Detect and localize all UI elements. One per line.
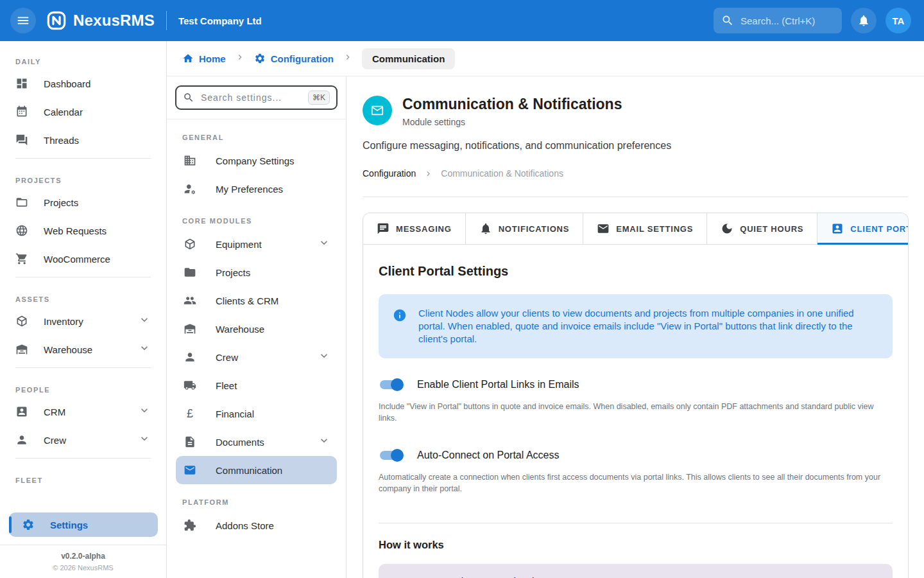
settings-item-label: Documents — [216, 437, 264, 448]
settings-item-crew[interactable]: Crew — [167, 343, 346, 371]
settings-item-financial[interactable]: £ Financial — [167, 399, 346, 428]
chevron-right-icon — [343, 52, 353, 65]
settings-item-projects[interactable]: Projects — [167, 258, 346, 286]
settings-button-label: Settings — [50, 520, 88, 530]
sidebar-item-label: Projects — [44, 197, 78, 208]
tab-notifications[interactable]: NOTIFICATIONS — [466, 213, 584, 244]
person-icon — [15, 434, 28, 446]
breadcrumb-configuration[interactable]: Configuration — [254, 53, 334, 64]
breadcrumb-current: Communication — [362, 48, 455, 69]
settings-item-my-preferences[interactable]: My Preferences — [167, 175, 346, 203]
main-content: Communication & Notifications Module set… — [346, 76, 924, 578]
tab-label: QUIET HOURS — [740, 224, 803, 234]
divider — [15, 277, 151, 277]
search-icon — [183, 92, 194, 103]
app-window: NexusRMS Test Company Ltd TA DAILY Dashb… — [0, 0, 924, 578]
breadcrumb-home-label: Home — [199, 53, 226, 64]
settings-item-addons-store[interactable]: Addons Store — [167, 511, 346, 539]
mail-icon — [597, 222, 610, 235]
threads-icon — [15, 134, 28, 146]
settings-item-equipment[interactable]: Equipment — [167, 230, 346, 258]
sidebar-item-label: Web Requests — [44, 225, 107, 236]
page-subtitle: Module settings — [402, 117, 622, 127]
gear-icon — [254, 53, 266, 64]
chevron-down-icon — [318, 434, 330, 450]
sidebar-section-projects: PROJECTS — [0, 162, 166, 188]
folder-icon — [184, 266, 196, 279]
settings-item-warehouse[interactable]: Warehouse — [167, 315, 346, 343]
chevron-down-icon — [138, 342, 151, 357]
divider — [379, 523, 893, 523]
step-1: 1 You send a quote or invoice Email is s… — [394, 575, 877, 578]
how-it-works-steps: 1 You send a quote or invoice Email is s… — [379, 564, 893, 578]
settings-item-company-settings[interactable]: Company Settings — [167, 146, 346, 175]
sidebar-scroll-area: DAILY Dashboard Calendar Threads PROJECT… — [0, 41, 166, 505]
chat-icon — [377, 222, 389, 235]
settings-item-label: Crew — [216, 352, 238, 363]
auto-connect-toggle[interactable] — [380, 451, 402, 460]
settings-item-clients-crm[interactable]: Clients & CRM — [167, 286, 346, 315]
breadcrumb-home[interactable]: Home — [182, 53, 226, 64]
groups-icon — [184, 294, 196, 307]
toggle-description: Include "View in Portal" buttons in quot… — [379, 401, 893, 424]
settings-group-core-modules: CORE MODULES — [167, 203, 346, 230]
sidebar-item-label: Warehouse — [44, 344, 92, 355]
toggle-label: Enable Client Portal Links in Emails — [417, 379, 579, 390]
breadcrumb: Home Configuration Communication — [167, 41, 924, 76]
settings-item-fleet[interactable]: Fleet — [167, 371, 346, 399]
sidebar-item-woocommerce[interactable]: WooCommerce — [0, 245, 166, 273]
sidebar-item-threads[interactable]: Threads — [0, 126, 166, 154]
settings-item-label: Financial — [216, 408, 254, 419]
breadcrumb-configuration-label: Configuration — [271, 53, 334, 64]
settings-search: ⌘K — [175, 85, 338, 110]
settings-button[interactable]: Settings — [9, 512, 158, 537]
menu-icon[interactable] — [10, 8, 36, 33]
settings-item-label: Fleet — [216, 380, 237, 391]
sidebar-item-calendar[interactable]: Calendar — [0, 98, 166, 126]
sidebar-item-web-requests[interactable]: Web Requests — [0, 216, 166, 245]
settings-search-input[interactable] — [201, 92, 302, 103]
sidebar-section-fleet: FLEET — [0, 462, 166, 488]
user-avatar[interactable]: TA — [886, 8, 911, 33]
portal-links-toggle[interactable] — [380, 380, 402, 389]
tab-label: EMAIL SETTINGS — [616, 224, 693, 234]
sidebar-item-warehouse[interactable]: Warehouse — [0, 335, 166, 363]
divider — [15, 458, 151, 459]
cart-icon — [15, 252, 28, 265]
global-search-input[interactable] — [740, 15, 834, 26]
truck-icon — [184, 379, 196, 392]
settings-item-label: My Preferences — [216, 184, 283, 195]
settings-item-label: Warehouse — [216, 324, 264, 335]
module-breadcrumb-parent[interactable]: Configuration — [363, 168, 416, 179]
sidebar-item-dashboard[interactable]: Dashboard — [0, 69, 166, 98]
tab-panel-client-portal: Client Portal Settings Client Nodes allo… — [363, 245, 908, 578]
pound-icon: £ — [184, 407, 196, 421]
search-icon — [721, 14, 734, 27]
toggle-row-auto-connect: Auto-Connect on Portal Access — [379, 450, 893, 461]
sidebar-item-crew[interactable]: Crew — [0, 426, 166, 454]
settings-item-label: Clients & CRM — [216, 295, 278, 306]
page-title: Communication & Notifications — [402, 96, 622, 113]
calendar-icon — [15, 105, 28, 118]
sidebar-item-inventory[interactable]: Inventory — [0, 307, 166, 335]
settings-item-communication[interactable]: Communication — [176, 456, 337, 484]
warehouse-icon — [15, 343, 28, 356]
tab-quiet-hours[interactable]: QUIET HOURS — [707, 213, 817, 244]
tab-messaging[interactable]: MESSAGING — [363, 213, 466, 244]
sidebar-item-label: Dashboard — [44, 78, 90, 89]
settings-item-documents[interactable]: Documents — [167, 428, 346, 456]
copyright: © 2026 NexusRMS — [0, 564, 166, 572]
divider — [15, 158, 151, 159]
sidebar-section-daily: DAILY — [0, 49, 166, 69]
dashboard-icon — [15, 77, 28, 90]
settings-item-label: Communication — [216, 465, 282, 476]
notifications-bell-icon[interactable] — [851, 8, 877, 33]
tab-client-portal[interactable]: CLIENT PORTAL — [817, 213, 909, 244]
sidebar-item-label: Calendar — [44, 107, 83, 118]
sidebar-item-projects[interactable]: Projects — [0, 188, 166, 216]
mail-icon — [370, 103, 384, 118]
tab-email-settings[interactable]: EMAIL SETTINGS — [583, 213, 707, 244]
settings-group-general: GENERAL — [167, 119, 346, 146]
sidebar-item-crm[interactable]: CRM — [0, 398, 166, 426]
settings-group-platform: PLATFORM — [167, 484, 346, 511]
